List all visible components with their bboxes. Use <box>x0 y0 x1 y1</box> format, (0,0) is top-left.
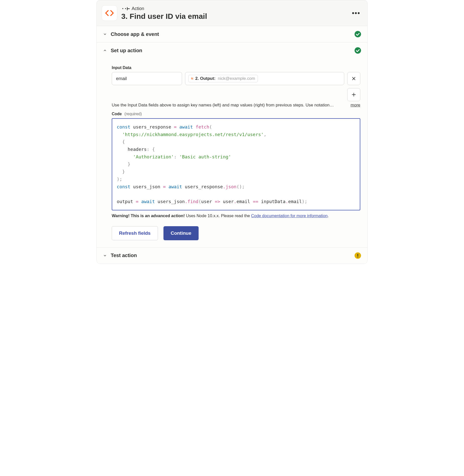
warning-bold: Warning! This is an advanced action! <box>112 213 185 218</box>
remove-row-button[interactable] <box>347 72 360 85</box>
warning-text: Uses Node 10.x.x. Please read the <box>185 213 251 218</box>
status-warning-icon <box>354 252 361 259</box>
refresh-fields-button[interactable]: Refresh fields <box>112 226 158 240</box>
code-label: Code <box>112 112 122 116</box>
svg-point-4 <box>357 257 358 258</box>
section-test: Test action <box>97 247 367 264</box>
code-label-row: Code (required) <box>112 112 360 116</box>
zap-step-icon: ≈ <box>191 76 193 81</box>
more-link[interactable]: more <box>351 103 360 108</box>
input-data-label: Input Data <box>112 66 360 70</box>
code-editor[interactable]: const users_response = await fetch( 'htt… <box>112 118 360 210</box>
input-key-field[interactable] <box>112 72 182 85</box>
section-test-header[interactable]: Test action <box>97 248 367 264</box>
plus-icon <box>351 92 356 97</box>
input-data-help: Use the Input Data fields above to assig… <box>112 103 344 108</box>
pill-prefix: 2. Output: <box>195 76 215 81</box>
section-setup: Set up action Input Data ≈ 2. Output: ni… <box>97 42 367 247</box>
mapped-value-pill[interactable]: ≈ 2. Output: nick@example.com <box>188 75 258 82</box>
input-value-field[interactable]: ≈ 2. Output: nick@example.com <box>185 72 344 85</box>
chevron-down-icon <box>103 32 107 36</box>
close-icon <box>352 76 356 81</box>
code-warning: Warning! This is an advanced action! Use… <box>112 213 360 218</box>
more-menu-button[interactable]: ••• <box>351 8 361 19</box>
section-setup-title: Set up action <box>111 48 351 53</box>
header-kicker-row: ··⊢ Action <box>121 6 347 12</box>
action-panel: ··⊢ Action 3. Find user ID via email •••… <box>96 0 368 264</box>
add-row-button[interactable] <box>347 88 360 101</box>
section-setup-header[interactable]: Set up action <box>97 42 367 58</box>
status-complete-icon <box>354 47 361 54</box>
section-choose-title: Choose app & event <box>111 31 351 37</box>
svg-point-0 <box>355 31 361 37</box>
app-code-icon <box>102 5 117 21</box>
section-test-title: Test action <box>111 253 351 258</box>
header-kicker: Action <box>132 6 144 11</box>
section-choose-app: Choose app & event <box>97 26 367 42</box>
code-docs-link[interactable]: Code documentation for more information <box>251 213 328 218</box>
status-complete-icon <box>354 31 361 38</box>
panel-header: ··⊢ Action 3. Find user ID via email ••• <box>97 0 367 26</box>
svg-rect-3 <box>357 254 358 256</box>
pill-value: nick@example.com <box>218 76 255 81</box>
header-title: 3. Find user ID via email <box>121 12 347 21</box>
input-data-row: ≈ 2. Output: nick@example.com <box>112 72 360 85</box>
continue-button[interactable]: Continue <box>163 226 199 240</box>
path-glyph-icon: ··⊢ <box>121 6 130 12</box>
chevron-down-icon <box>103 254 107 258</box>
section-setup-body: Input Data ≈ 2. Output: nick@example.com <box>97 58 367 247</box>
code-required: (required) <box>124 112 142 116</box>
svg-point-1 <box>355 47 361 54</box>
chevron-up-icon <box>103 48 107 52</box>
section-choose-header[interactable]: Choose app & event <box>97 26 367 42</box>
